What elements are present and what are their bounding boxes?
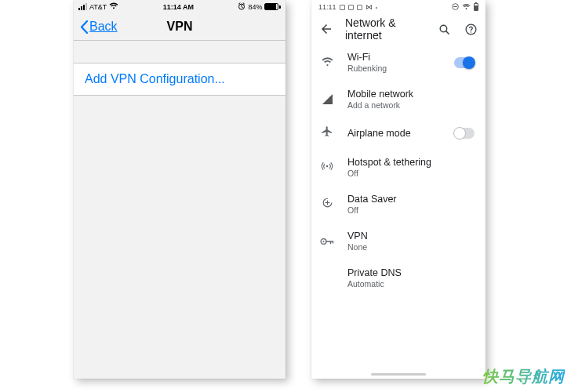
add-vpn-configuration-row[interactable]: Add VPN Configuration... bbox=[74, 63, 286, 96]
svg-rect-2 bbox=[453, 5, 457, 6]
setting-subtitle: Rubenking bbox=[347, 64, 442, 73]
ios-content: Add VPN Configuration... bbox=[74, 41, 286, 379]
setting-subtitle: Automatic bbox=[347, 279, 475, 289]
battery-pct: 84% bbox=[248, 3, 262, 11]
android-app-bar: Network & internet bbox=[311, 14, 486, 44]
setting-title: Wi-Fi bbox=[347, 52, 442, 63]
wifi-icon bbox=[109, 2, 118, 11]
status-icon: ⋈ bbox=[366, 3, 373, 11]
setting-title: Data Saver bbox=[347, 194, 475, 205]
setting-item-vpn[interactable]: VPN None bbox=[311, 223, 486, 260]
setting-title: Hotspot & tethering bbox=[347, 157, 475, 168]
wifi-icon bbox=[462, 3, 471, 12]
signal-icon bbox=[322, 94, 333, 104]
setting-subtitle: Off bbox=[347, 169, 475, 178]
airplane-icon bbox=[321, 125, 333, 141]
hotspot-icon bbox=[321, 160, 333, 176]
data-saver-icon bbox=[322, 197, 333, 212]
setting-item-private-dns[interactable]: Private DNS Automatic bbox=[311, 260, 486, 296]
page-title: Network & internet bbox=[345, 16, 425, 42]
svg-point-9 bbox=[322, 240, 324, 241]
setting-item-airplane-mode[interactable]: Airplane mode bbox=[311, 118, 486, 149]
help-button[interactable] bbox=[463, 21, 478, 37]
svg-point-6 bbox=[326, 165, 329, 167]
setting-item-hotspot[interactable]: Hotspot & tethering Off bbox=[311, 149, 486, 186]
gesture-bar bbox=[371, 373, 426, 376]
setting-title: Mobile network bbox=[347, 89, 475, 100]
watermark: 快马导航网 bbox=[482, 366, 565, 387]
setting-item-wifi[interactable]: Wi-Fi Rubenking bbox=[311, 44, 486, 81]
chevron-left-icon bbox=[80, 20, 89, 34]
setting-subtitle: Add a network bbox=[347, 100, 475, 110]
page-title: VPN bbox=[167, 20, 193, 34]
battery-icon bbox=[474, 3, 478, 11]
settings-list: Wi-Fi Rubenking Mobile network Add a net… bbox=[311, 44, 486, 296]
setting-item-data-saver[interactable]: Data Saver Off bbox=[311, 186, 486, 223]
status-time: 11:11 bbox=[318, 3, 336, 11]
dnd-icon bbox=[452, 3, 459, 12]
vpn-key-icon bbox=[320, 234, 334, 249]
cellular-signal-icon bbox=[78, 3, 87, 10]
ios-phone-frame: AT&T 11:14 AM 84% Back VPN Add VPN Confi… bbox=[74, 0, 286, 379]
android-status-bar: 11:11 ⋈ • bbox=[311, 0, 486, 14]
back-button[interactable] bbox=[318, 21, 334, 37]
setting-subtitle: None bbox=[347, 242, 475, 252]
alarm-icon bbox=[238, 2, 245, 12]
status-dot-icon: • bbox=[376, 4, 378, 11]
setting-subtitle: Off bbox=[347, 205, 475, 215]
ios-nav-bar: Back VPN bbox=[74, 13, 286, 41]
setting-item-mobile-network[interactable]: Mobile network Add a network bbox=[311, 81, 486, 118]
setting-title: Airplane mode bbox=[347, 128, 442, 139]
carrier-label: AT&T bbox=[89, 3, 107, 11]
wifi-toggle[interactable] bbox=[454, 57, 475, 68]
airplane-toggle[interactable] bbox=[454, 128, 475, 139]
setting-title: VPN bbox=[347, 230, 475, 241]
setting-title: Private DNS bbox=[347, 267, 475, 278]
back-label: Back bbox=[89, 20, 118, 34]
search-button[interactable] bbox=[436, 21, 452, 37]
status-icon bbox=[348, 5, 354, 10]
battery-icon bbox=[264, 3, 281, 10]
status-icon bbox=[340, 5, 345, 10]
ios-status-bar: AT&T 11:14 AM 84% bbox=[74, 0, 286, 13]
status-icon bbox=[357, 5, 362, 10]
back-button[interactable]: Back bbox=[80, 20, 118, 34]
android-phone-frame: 11:11 ⋈ • Network & internet bbox=[311, 0, 486, 379]
wifi-icon bbox=[321, 56, 334, 70]
svg-point-5 bbox=[470, 31, 471, 32]
status-time: 11:14 AM bbox=[163, 3, 194, 11]
